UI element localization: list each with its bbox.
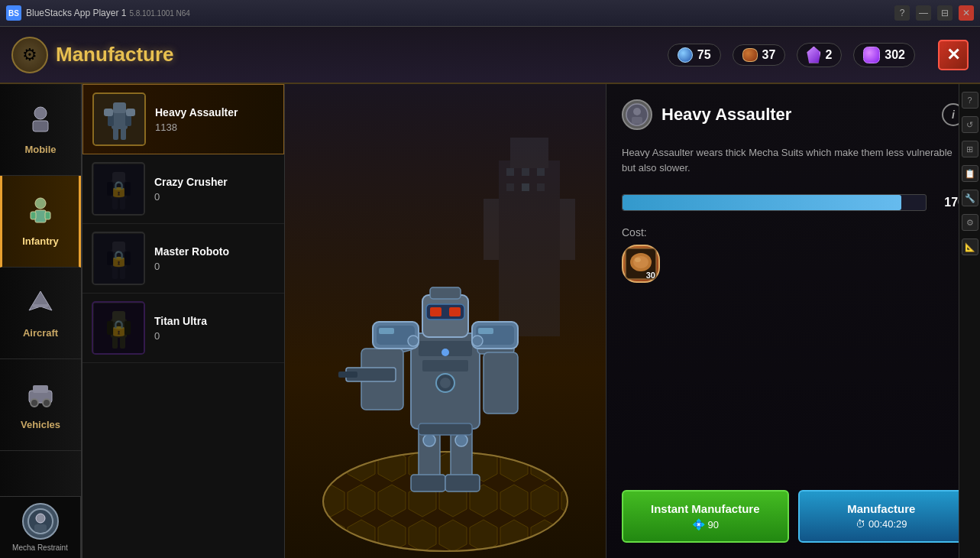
minimize-btn[interactable]: — xyxy=(916,5,931,21)
svg-rect-1 xyxy=(33,121,48,131)
edge-grid-btn[interactable]: ⊞ xyxy=(962,141,978,157)
svg-point-10 xyxy=(31,399,38,407)
crystal-large-icon xyxy=(863,47,880,63)
unit-item-heavy-assaulter[interactable]: Heavy Assaulter 1138 xyxy=(82,84,284,154)
titlebar: BS BlueStacks App Player 1 5.8.101.1001 … xyxy=(0,0,980,27)
sidebar-item-vehicles[interactable]: Vehicles xyxy=(0,359,81,451)
svg-point-71 xyxy=(440,378,451,388)
unit-item-master-roboto[interactable]: 🔒 Master Roboto 0 xyxy=(82,224,284,294)
unit-item-titan-ultra[interactable]: 🔒 Titan Ultra 0 xyxy=(82,294,284,363)
svg-rect-21 xyxy=(121,128,126,140)
manufacture-header: ⚙ Manufacture 75 37 2 302 ✕ xyxy=(0,27,980,84)
svg-rect-19 xyxy=(113,102,126,113)
ore-icon xyxy=(742,48,758,62)
svg-rect-75 xyxy=(338,371,357,378)
lock-icon-crazy-crusher: 🔒 xyxy=(109,180,128,198)
svg-point-99 xyxy=(635,258,641,262)
progress-bar-fill xyxy=(623,195,901,210)
svg-point-98 xyxy=(633,256,648,268)
manufacture-timer: ⏱ 00:40:29 xyxy=(855,518,907,530)
edge-settings-btn[interactable]: ⚙ xyxy=(962,214,978,231)
instant-manufacture-button[interactable]: Instant Manufacture 💠 90 xyxy=(622,490,789,543)
unit-count-crazy-crusher: 0 xyxy=(154,191,275,203)
svg-rect-14 xyxy=(34,524,47,532)
svg-rect-95 xyxy=(632,117,642,124)
svg-rect-69 xyxy=(422,360,468,371)
header-left: ⚙ Manufacture xyxy=(11,37,174,73)
lock-icon-master-roboto: 🔒 xyxy=(109,249,128,268)
svg-rect-4 xyxy=(31,212,36,219)
svg-rect-44 xyxy=(120,336,125,349)
svg-rect-50 xyxy=(522,168,529,176)
svg-rect-37 xyxy=(120,267,125,279)
mobile-label: Mobile xyxy=(24,144,56,155)
resource-bar: 75 37 2 302 ✕ xyxy=(668,40,969,70)
sidebar-item-infantry[interactable]: Infantry xyxy=(0,176,81,268)
crystal-small-count: 2 xyxy=(825,48,832,62)
unit-name-heavy-assaulter: Heavy Assaulter xyxy=(155,106,274,118)
svg-point-2 xyxy=(35,198,46,209)
ore-count: 37 xyxy=(762,48,776,62)
sidebar-item-mobile[interactable]: Mobile xyxy=(0,84,81,176)
cost-ore-icon: 30 xyxy=(622,245,660,283)
unit-info-titan-ultra: Titan Ultra 0 xyxy=(154,315,275,342)
svg-point-0 xyxy=(34,107,47,119)
unit-thumb-master-roboto: 🔒 xyxy=(92,232,145,285)
manufacture-button[interactable]: Manufacture ⏱ 00:40:29 xyxy=(798,490,965,543)
svg-point-13 xyxy=(36,514,45,523)
window-controls: ? — ⊟ ✕ xyxy=(894,5,974,21)
right-panel: Heavy Assaulter i Heavy Assaulter wears … xyxy=(606,84,980,558)
cost-item: 30 xyxy=(622,245,965,283)
svg-rect-87 xyxy=(449,307,461,316)
svg-rect-9 xyxy=(33,385,48,393)
help-btn[interactable]: ? xyxy=(894,5,910,21)
unit-count-titan-ultra: 0 xyxy=(154,330,275,342)
unit-name-titan-ultra: Titan Ultra xyxy=(154,315,275,327)
svg-rect-52 xyxy=(506,183,514,191)
unit-detail-icon xyxy=(622,99,652,130)
svg-point-11 xyxy=(43,399,50,407)
svg-rect-20 xyxy=(113,128,118,140)
edge-clipboard-btn[interactable]: 📋 xyxy=(962,165,978,182)
aircraft-icon xyxy=(25,287,56,323)
svg-point-66 xyxy=(455,434,467,446)
sidebar-item-aircraft[interactable]: Aircraft xyxy=(0,268,81,359)
cost-amount: 30 xyxy=(646,271,655,280)
svg-rect-22 xyxy=(104,109,113,116)
svg-rect-82 xyxy=(379,328,394,334)
edge-refresh-btn[interactable]: ↺ xyxy=(962,116,978,133)
restore-btn[interactable]: ⊟ xyxy=(937,5,953,21)
svg-rect-36 xyxy=(112,267,118,279)
unit-thumb-crazy-crusher: 🔒 xyxy=(92,162,145,216)
app-title: BlueStacks App Player 1 xyxy=(26,8,126,18)
unit-list: Heavy Assaulter 1138 🔒 xyxy=(82,84,285,558)
svg-rect-51 xyxy=(537,168,545,176)
unit-item-crazy-crusher[interactable]: 🔒 Crazy Crusher 0 xyxy=(82,154,284,224)
svg-rect-43 xyxy=(112,336,118,349)
header-close-btn[interactable]: ✕ xyxy=(938,40,969,70)
edge-tools-btn[interactable]: 🔧 xyxy=(962,190,978,206)
crystal-small-resource: 2 xyxy=(797,43,842,67)
game-area: ⚙ Manufacture 75 37 2 302 ✕ xyxy=(0,27,980,558)
svg-rect-86 xyxy=(430,307,441,316)
svg-rect-77 xyxy=(484,352,518,414)
edge-ruler-btn[interactable]: 📐 xyxy=(962,238,978,255)
unit-description: Heavy Assaulter wears thick Mecha Suits … xyxy=(622,141,965,179)
unit-name-crazy-crusher: Crazy Crusher xyxy=(154,176,275,188)
svg-rect-49 xyxy=(506,168,514,176)
infantry-icon xyxy=(25,196,56,232)
manufacture-title: Manufacture xyxy=(56,43,174,67)
mecha-restraint-avatar xyxy=(22,503,59,540)
manufacture-label: Manufacture xyxy=(847,502,915,515)
unit-info-master-roboto: Master Roboto 0 xyxy=(154,245,275,272)
unit-thumb-titan-ultra: 🔒 xyxy=(92,301,145,355)
crystal-large-resource: 302 xyxy=(853,43,915,67)
svg-rect-54 xyxy=(537,183,545,191)
svg-rect-5 xyxy=(45,212,50,219)
instant-cost-icon: 💠 xyxy=(692,518,705,530)
edge-help-btn[interactable]: ? xyxy=(962,92,978,109)
unit-detail-header: Heavy Assaulter i xyxy=(622,99,965,130)
svg-rect-53 xyxy=(522,183,529,191)
close-window-btn[interactable]: ✕ xyxy=(959,5,974,21)
svg-point-65 xyxy=(423,434,435,446)
